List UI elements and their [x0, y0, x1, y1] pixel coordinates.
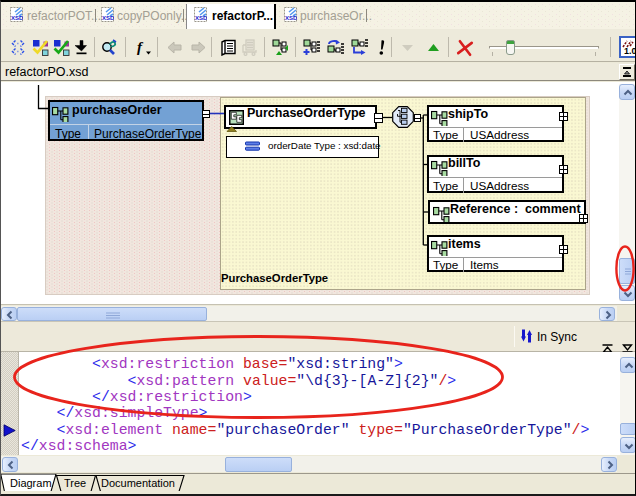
svg-text:XSD: XSD: [195, 15, 207, 21]
svg-text:Tree: Tree: [64, 477, 86, 489]
svg-text:XSD: XSD: [285, 15, 297, 21]
svg-text:1.0: 1.0: [624, 46, 636, 56]
svg-text:XSD: XSD: [11, 15, 23, 21]
svg-text:Documentation: Documentation: [101, 477, 175, 489]
svg-text:f: f: [137, 39, 144, 55]
svg-text:XSD: XSD: [102, 15, 114, 21]
svg-text:Diagram: Diagram: [10, 477, 52, 489]
